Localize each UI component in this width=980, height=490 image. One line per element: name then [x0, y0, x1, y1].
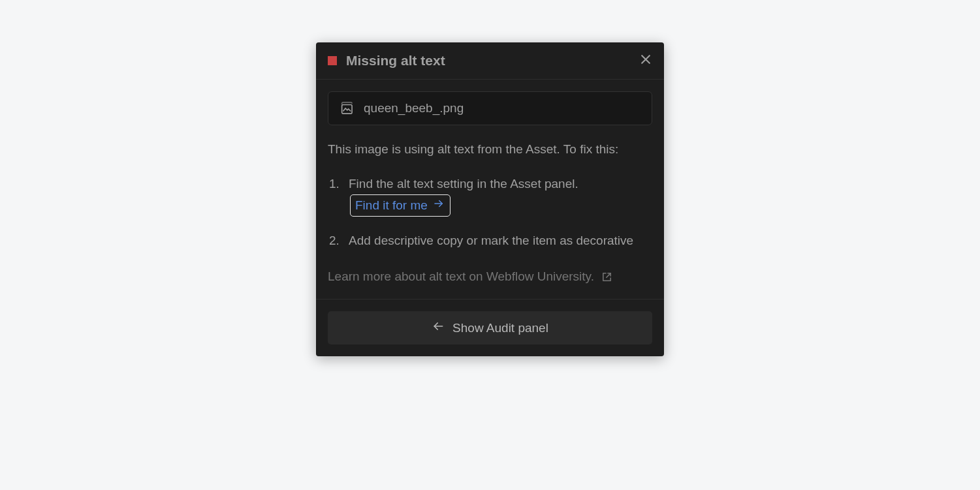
back-button-label: Show Audit panel — [452, 321, 548, 335]
arrow-left-icon — [432, 320, 452, 336]
issue-description: This image is using alt text from the As… — [328, 140, 652, 159]
panel-footer: Show Audit panel — [316, 299, 664, 356]
step-2: Add descriptive copy or mark the item as… — [328, 231, 652, 251]
show-audit-panel-button[interactable]: Show Audit panel — [328, 311, 652, 345]
learn-more-text: Learn more about alt text on Webflow Uni… — [328, 269, 594, 283]
panel-header: Missing alt text — [316, 42, 664, 80]
severity-indicator-icon — [328, 56, 337, 65]
fix-steps-list: Find the alt text setting in the Asset p… — [328, 174, 652, 251]
panel-body: queen_beeb_.png This image is using alt … — [316, 80, 664, 286]
arrow-right-icon — [428, 196, 445, 215]
step-1: Find the alt text setting in the Asset p… — [328, 174, 652, 217]
find-it-for-me-link[interactable]: Find it for me — [350, 194, 450, 217]
step-1-text: Find the alt text setting in the Asset p… — [349, 177, 578, 191]
panel-title: Missing alt text — [346, 53, 639, 69]
close-button[interactable] — [639, 53, 652, 69]
asset-reference[interactable]: queen_beeb_.png — [328, 91, 652, 125]
external-link-icon — [601, 271, 612, 283]
step-2-text: Add descriptive copy or mark the item as… — [349, 234, 633, 247]
audit-issue-panel: Missing alt text queen_beeb_.png This im… — [316, 42, 664, 356]
learn-more-link[interactable]: Learn more about alt text on Webflow Uni… — [328, 267, 652, 286]
svg-line-4 — [607, 273, 610, 277]
close-icon — [639, 53, 652, 69]
find-link-label: Find it for me — [355, 196, 428, 215]
asset-filename: queen_beeb_.png — [364, 101, 464, 115]
image-stack-icon — [339, 102, 353, 115]
